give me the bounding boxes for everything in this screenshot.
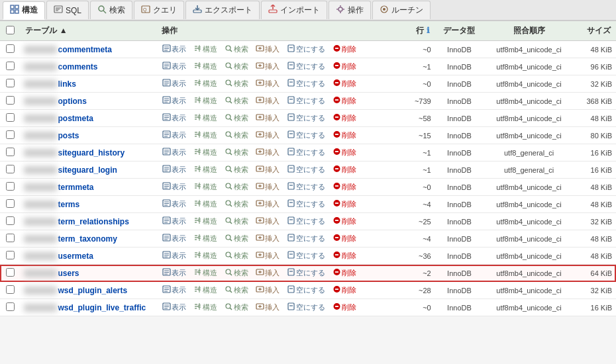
table-name-link[interactable]: comments bbox=[58, 62, 97, 71]
table-name-link[interactable]: posts bbox=[58, 131, 79, 140]
delete-action[interactable]: 削除 bbox=[331, 147, 358, 158]
insert-action[interactable]: 挿入 bbox=[254, 78, 282, 89]
row-checkbox[interactable] bbox=[6, 79, 15, 87]
search-action[interactable]: 検索 bbox=[223, 164, 250, 175]
search-action[interactable]: 検索 bbox=[223, 61, 250, 72]
row-checkbox[interactable] bbox=[6, 96, 15, 105]
header-rows[interactable]: 行 ℹ bbox=[393, 21, 435, 41]
empty-action[interactable]: 空にする bbox=[285, 95, 327, 107]
table-name-link[interactable]: wsd_plugin_alerts bbox=[58, 286, 127, 295]
delete-action[interactable]: 削除 bbox=[331, 285, 358, 296]
table-name-link[interactable]: users bbox=[58, 269, 79, 278]
delete-action[interactable]: 削除 bbox=[331, 95, 358, 107]
delete-action[interactable]: 削除 bbox=[331, 267, 358, 279]
insert-action[interactable]: 挿入 bbox=[254, 130, 282, 141]
insert-action[interactable]: 挿入 bbox=[254, 302, 282, 313]
empty-action[interactable]: 空にする bbox=[285, 302, 327, 313]
insert-action[interactable]: 挿入 bbox=[254, 199, 282, 210]
empty-action[interactable]: 空にする bbox=[285, 78, 327, 89]
tab-sql[interactable]: SQL bbox=[46, 1, 89, 19]
empty-action[interactable]: 空にする bbox=[285, 216, 327, 227]
browse-action[interactable]: 表示 bbox=[160, 181, 188, 193]
empty-action[interactable]: 空にする bbox=[285, 113, 327, 124]
insert-action[interactable]: 挿入 bbox=[254, 285, 282, 296]
tab-operations[interactable]: 操作 bbox=[329, 1, 371, 19]
table-name-link[interactable]: term_taxonomy bbox=[58, 234, 117, 244]
browse-action[interactable]: 表示 bbox=[160, 44, 188, 55]
structure-action[interactable]: 構造 bbox=[191, 285, 219, 296]
select-all-checkbox[interactable] bbox=[6, 26, 15, 34]
search-action[interactable]: 検索 bbox=[223, 78, 250, 89]
insert-action[interactable]: 挿入 bbox=[254, 164, 282, 175]
delete-action[interactable]: 削除 bbox=[331, 216, 358, 227]
row-checkbox[interactable] bbox=[6, 44, 15, 53]
structure-action[interactable]: 構造 bbox=[191, 250, 219, 261]
browse-action[interactable]: 表示 bbox=[160, 285, 188, 296]
delete-action[interactable]: 削除 bbox=[331, 164, 358, 175]
tab-import[interactable]: インポート bbox=[261, 1, 327, 19]
table-name-link[interactable]: commentmeta bbox=[58, 45, 111, 54]
row-checkbox[interactable] bbox=[6, 216, 15, 225]
row-checkbox[interactable] bbox=[6, 165, 15, 173]
search-action[interactable]: 検索 bbox=[223, 267, 250, 279]
insert-action[interactable]: 挿入 bbox=[254, 95, 282, 107]
tab-query[interactable]: Q クエリ bbox=[134, 1, 184, 19]
tab-structure[interactable]: 構造 bbox=[3, 1, 45, 20]
structure-action[interactable]: 構造 bbox=[191, 130, 219, 141]
empty-action[interactable]: 空にする bbox=[285, 199, 327, 210]
browse-action[interactable]: 表示 bbox=[160, 199, 188, 210]
search-action[interactable]: 検索 bbox=[223, 113, 250, 124]
structure-action[interactable]: 構造 bbox=[191, 302, 219, 313]
row-checkbox[interactable] bbox=[6, 285, 15, 294]
structure-action[interactable]: 構造 bbox=[191, 95, 219, 107]
table-name-link[interactable]: links bbox=[58, 79, 76, 89]
insert-action[interactable]: 挿入 bbox=[254, 113, 282, 124]
search-action[interactable]: 検索 bbox=[223, 233, 250, 244]
insert-action[interactable]: 挿入 bbox=[254, 267, 282, 279]
browse-action[interactable]: 表示 bbox=[160, 267, 188, 279]
structure-action[interactable]: 構造 bbox=[191, 113, 219, 124]
structure-action[interactable]: 構造 bbox=[191, 233, 219, 244]
insert-action[interactable]: 挿入 bbox=[254, 233, 282, 244]
delete-action[interactable]: 削除 bbox=[331, 181, 358, 193]
row-checkbox[interactable] bbox=[6, 62, 15, 70]
structure-action[interactable]: 構造 bbox=[191, 267, 219, 279]
search-action[interactable]: 検索 bbox=[223, 181, 250, 193]
delete-action[interactable]: 削除 bbox=[331, 199, 358, 210]
empty-action[interactable]: 空にする bbox=[285, 233, 327, 244]
empty-action[interactable]: 空にする bbox=[285, 181, 327, 193]
browse-action[interactable]: 表示 bbox=[160, 95, 188, 107]
search-action[interactable]: 検索 bbox=[223, 130, 250, 141]
insert-action[interactable]: 挿入 bbox=[254, 61, 282, 72]
browse-action[interactable]: 表示 bbox=[160, 147, 188, 158]
empty-action[interactable]: 空にする bbox=[285, 130, 327, 141]
search-action[interactable]: 検索 bbox=[223, 302, 250, 313]
empty-action[interactable]: 空にする bbox=[285, 61, 327, 72]
delete-action[interactable]: 削除 bbox=[331, 130, 358, 141]
insert-action[interactable]: 挿入 bbox=[254, 44, 282, 55]
browse-action[interactable]: 表示 bbox=[160, 250, 188, 261]
row-checkbox[interactable] bbox=[6, 251, 15, 259]
empty-action[interactable]: 空にする bbox=[285, 147, 327, 158]
structure-action[interactable]: 構造 bbox=[191, 78, 219, 89]
search-action[interactable]: 検索 bbox=[223, 199, 250, 210]
tab-search[interactable]: 検索 bbox=[90, 1, 132, 19]
row-checkbox[interactable] bbox=[6, 182, 15, 191]
empty-action[interactable]: 空にする bbox=[285, 44, 327, 55]
search-action[interactable]: 検索 bbox=[223, 147, 250, 158]
structure-action[interactable]: 構造 bbox=[191, 199, 219, 210]
browse-action[interactable]: 表示 bbox=[160, 78, 188, 89]
search-action[interactable]: 検索 bbox=[223, 285, 250, 296]
delete-action[interactable]: 削除 bbox=[331, 113, 358, 124]
table-name-link[interactable]: siteguard_login bbox=[58, 165, 117, 175]
structure-action[interactable]: 構造 bbox=[191, 164, 219, 175]
table-name-link[interactable]: term_relationships bbox=[58, 217, 128, 226]
delete-action[interactable]: 削除 bbox=[331, 302, 358, 313]
delete-action[interactable]: 削除 bbox=[331, 61, 358, 72]
tab-routine[interactable]: ルーチン bbox=[372, 1, 431, 19]
empty-action[interactable]: 空にする bbox=[285, 267, 327, 279]
tab-export[interactable]: エクスポート bbox=[185, 1, 260, 19]
browse-action[interactable]: 表示 bbox=[160, 164, 188, 175]
table-name-link[interactable]: siteguard_history bbox=[58, 148, 125, 158]
insert-action[interactable]: 挿入 bbox=[254, 181, 282, 193]
